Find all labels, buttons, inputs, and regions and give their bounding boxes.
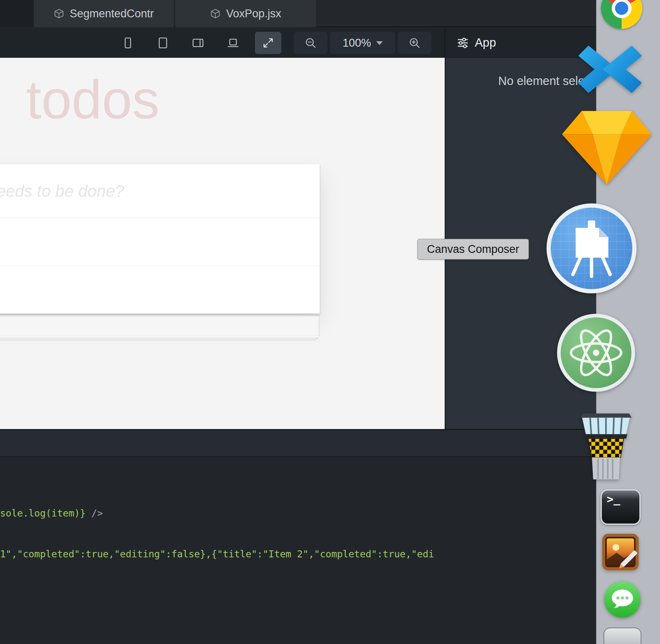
split-view-preview-button[interactable] [185,32,211,54]
inspector-title: App [475,36,496,50]
tabbar-leading-area [0,0,34,27]
todo-footer [0,315,320,336]
tab-label: VoxPop.jsx [226,7,281,20]
tablet-icon [157,37,169,49]
dock-hidden-app-icon[interactable] [603,627,641,644]
dock-tooltip: Canvas Composer [417,239,529,259]
dock-photo-editor-icon[interactable] [601,533,639,571]
dock-vscode-icon[interactable] [575,35,646,103]
todo-list-item[interactable] [0,266,320,314]
zoom-in-button[interactable] [398,32,431,54]
component-cube-icon [54,8,64,19]
sliders-icon [457,37,469,49]
expand-arrows-icon [262,37,274,49]
laptop-preview-button[interactable] [220,32,246,54]
terminal-prompt-glyph: >_ [607,493,620,505]
zoom-level-dropdown[interactable]: 100% [330,32,395,54]
dock-canvas-composer-icon[interactable] [545,202,638,295]
todo-list-item[interactable] [0,218,320,266]
tab-segmentedcontrol[interactable]: SegmentedContr [34,0,174,27]
phone-icon [122,37,134,49]
tab-bar: SegmentedContr VoxPop.jsx [0,0,660,27]
phone-preview-button[interactable] [115,32,141,54]
console-toolbar [0,429,660,457]
dock-chrome-icon[interactable] [601,0,642,29]
console-output: sole.log(item)} /> 1","completed":true,"… [0,479,446,588]
tablet-portrait-preview-button[interactable] [150,32,176,54]
todo-app-title: todos [0,68,320,131]
zoom-in-icon [408,37,421,49]
zoom-out-button[interactable] [294,32,328,54]
dock: >_ [596,0,660,644]
todo-card [0,164,320,314]
laptop-icon [227,37,239,49]
dock-atom-icon[interactable] [556,312,636,393]
tab-voxpop[interactable]: VoxPop.jsx [175,0,316,27]
tab-label: SegmentedContr [70,7,154,20]
dock-tower-icon[interactable] [575,405,636,484]
console-panel: sole.log(item)} /> 1","completed":true,"… [0,458,660,644]
dock-sketch-icon[interactable] [552,106,660,188]
dock-messages-icon[interactable] [603,580,641,618]
preview-canvas: todos [0,58,445,429]
console-line: 1","completed":true,"editing":false},{"t… [0,547,446,561]
zoom-level-value: 100% [342,37,371,50]
new-todo-input[interactable] [0,164,320,218]
dock-terminal-icon[interactable]: >_ [601,489,641,525]
console-line: sole.log(item)} /> [0,507,446,520]
todo-app-preview: todos [0,58,320,429]
responsive-expand-button[interactable] [255,32,281,54]
component-cube-icon [210,8,221,19]
chevron-down-icon [376,41,383,45]
zoom-out-icon [304,37,317,49]
split-view-icon [192,37,204,49]
